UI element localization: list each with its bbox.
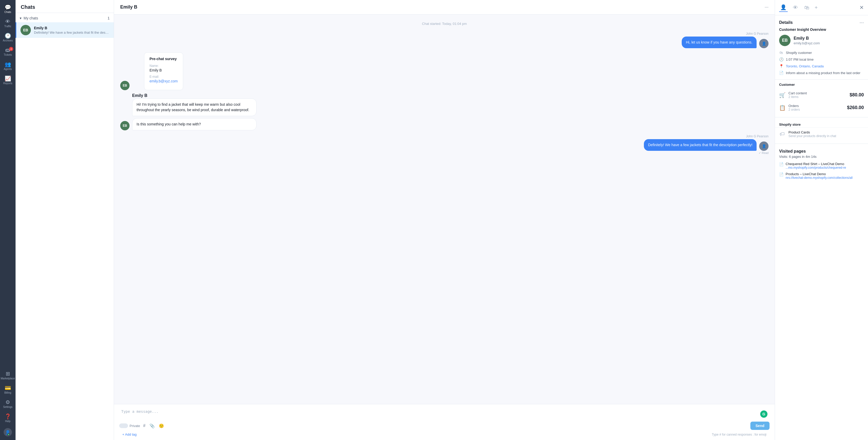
nav-label-agents: Agents	[4, 68, 12, 71]
customer-message-bubble-2: Is this something you can help me with?	[132, 118, 256, 130]
page-url-1[interactable]: ...mo.myshopify.com/products/chequered-r…	[785, 166, 846, 169]
prechat-message-row: EB Pre-chat survey Name: Emily B E-mail:…	[120, 52, 769, 90]
nav-item-billing[interactable]: 💳 Billing	[1, 383, 15, 397]
customer-name-row: EB Emily B emily.b@xyz.com	[779, 35, 864, 46]
private-toggle[interactable]: Private	[119, 423, 140, 428]
prechat-email-value: emily.b@xyz.com	[150, 79, 178, 83]
nav-label-billing: Billing	[4, 391, 11, 395]
nav-item-help[interactable]: ❓ Help	[1, 412, 15, 425]
nav-label-reports: Reports	[3, 82, 12, 85]
location-row: 📍 Toronto, Ontario, Canada	[779, 63, 864, 69]
orders-value: $260.00	[847, 105, 864, 111]
tab-eye[interactable]: 👁	[792, 4, 799, 12]
chat-list-panel: Chats ▾ My chats 1 EB Emily B Definitely…	[16, 0, 114, 440]
visited-pages-summary: Visits: 6 pages in 4m 14s	[779, 155, 864, 159]
marketplace-icon: ⊞	[6, 371, 10, 376]
message-input[interactable]	[119, 407, 770, 420]
details-title: Details	[779, 20, 793, 25]
message-read-status: ✓ Read	[120, 151, 769, 155]
agent-message-bubble: Hi, let us know if you have any question…	[682, 36, 756, 48]
location-link[interactable]: Toronto, Ontario, Canada	[786, 64, 824, 68]
customer-insight-title: Customer Insight Overview	[779, 28, 864, 32]
add-tag-button[interactable]: + Add tag	[120, 432, 138, 437]
nav-item-archives[interactable]: 🕐 Archives	[1, 31, 15, 44]
private-label: Private	[129, 424, 140, 428]
customer-panel-avatar: EB	[779, 35, 790, 46]
customer-note: Inform about a missing product from the …	[786, 71, 861, 75]
tab-add[interactable]: +	[815, 5, 818, 11]
close-button[interactable]: ✕	[860, 4, 864, 11]
chat-list-item[interactable]: EB Emily B Definitely! We have a few jac…	[16, 22, 114, 38]
nav-label-tickets: Tickets	[4, 53, 12, 57]
nav-item-marketplace[interactable]: ⊞ Marketplace	[1, 369, 15, 382]
cart-value: $80.00	[849, 92, 864, 98]
toolbar-left: Private # 📎 🙂	[119, 422, 748, 429]
chat-more-button[interactable]: ···	[765, 4, 769, 10]
agents-icon: 👥	[5, 62, 11, 67]
hashtag-icon[interactable]: #	[142, 422, 146, 429]
right-panel: 👤 👁 🛍 + ✕ Details ··· Customer Insight O…	[775, 0, 868, 440]
nav-item-tickets[interactable]: 🎟 4 Tickets	[1, 45, 15, 59]
nav-item-reports[interactable]: 📈 Reports	[1, 74, 15, 87]
nav-item-settings[interactable]: ⚙ Settings	[1, 398, 15, 411]
tab-person[interactable]: 👤	[779, 3, 788, 12]
messages-area: Chat started: Today, 01:04 pm John G Pea…	[114, 14, 775, 404]
billing-icon: 💳	[5, 385, 11, 390]
agent-message-row: Hi, let us know if you have any question…	[120, 36, 769, 48]
online-status-dot	[7, 433, 10, 436]
chat-list-title: Chats	[21, 4, 108, 10]
user-avatar[interactable]: 👤	[4, 428, 12, 436]
page-icon-1: 📄	[779, 162, 783, 166]
nav-item-traffic[interactable]: 👁 Traffic	[1, 17, 15, 30]
page-url-2[interactable]: nrs://livechat-demo.myshopify.com/collec…	[785, 176, 853, 180]
prechat-survey-card: Pre-chat survey Name: Emily B E-mail: em…	[144, 52, 183, 90]
nav-item-chats[interactable]: 💬 Chats	[1, 3, 15, 16]
details-section-header: Details ···	[775, 15, 868, 28]
reports-icon: 📈	[5, 76, 11, 81]
send-button[interactable]: Send	[750, 421, 770, 430]
agent-avatar: 👤	[759, 39, 769, 48]
my-chats-count: 1	[107, 16, 110, 20]
chat-header: Emily B ···	[114, 0, 775, 14]
customer-avatar-prechat: EB	[120, 81, 129, 90]
my-chats-section-header[interactable]: ▾ My chats 1	[16, 13, 114, 22]
product-cards-title: Product Cards	[788, 130, 864, 134]
location-icon: 📍	[779, 64, 783, 68]
left-navigation: 💬 Chats 👁 Traffic 🕐 Archives 🎟 4 Tickets…	[0, 0, 16, 440]
nav-label-traffic: Traffic	[4, 25, 11, 28]
visited-pages-title: Visited pages	[779, 149, 864, 154]
chat-contact-name: Emily B	[120, 4, 137, 10]
help-icon: ❓	[5, 414, 11, 419]
nav-label-chats: Chats	[4, 11, 11, 14]
tab-shopify[interactable]: 🛍	[803, 4, 810, 12]
panel-tabs: 👤 👁 🛍 +	[779, 3, 818, 12]
toggle-switch[interactable]	[119, 423, 128, 428]
prechat-email-label: E-mail:	[150, 75, 178, 78]
prechat-title: Pre-chat survey	[150, 57, 178, 61]
chat-started-bar: Chat started: Today, 01:04 pm	[120, 19, 769, 29]
details-more-button[interactable]: ···	[860, 20, 864, 25]
emoji-icon[interactable]: 🙂	[158, 422, 165, 429]
product-cards-icon: 🏷	[779, 131, 785, 137]
archives-icon: 🕐	[5, 33, 11, 38]
note-row: 📄 Inform about a missing product from th…	[779, 69, 864, 76]
input-hint: Type # for canned responses : for emoji	[710, 432, 769, 437]
my-chats-label: ▾ My chats	[20, 16, 38, 20]
settings-icon: ⚙	[5, 400, 10, 405]
cart-subtitle: 2 items	[788, 95, 846, 99]
chat-item-info: Emily B Definitely! We have a few jacket…	[34, 26, 110, 34]
orders-subtitle: 2 orders	[788, 108, 844, 112]
agent-sender-name-2: John G Pearson	[120, 134, 769, 138]
orders-icon: 📋	[779, 105, 785, 111]
attachment-icon[interactable]: 📎	[149, 422, 156, 429]
nav-item-agents[interactable]: 👥 Agents	[1, 60, 15, 73]
chat-item-name: Emily B	[34, 26, 110, 30]
local-time-row: 🕐 1:07 PM local time	[779, 56, 864, 63]
product-cards-row: 🏷 Product Cards Send your products direc…	[775, 127, 868, 140]
chat-item-avatar: EB	[21, 25, 31, 35]
customer-section-label: Customer	[775, 83, 868, 89]
grammarly-icon: G	[760, 410, 768, 418]
divider-3	[775, 144, 868, 144]
customer-panel-email: emily.b@xyz.com	[794, 41, 820, 45]
chat-icon: 💬	[5, 5, 11, 10]
